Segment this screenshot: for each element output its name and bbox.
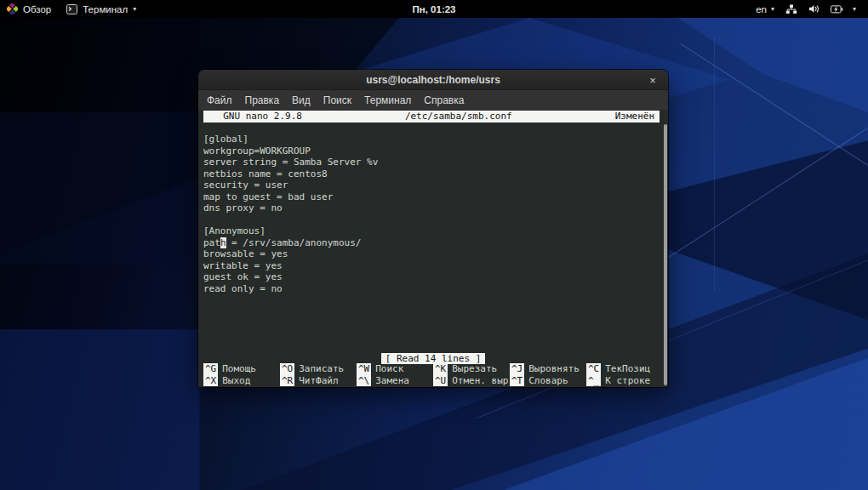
shortcut-label: Отмен. выр — [448, 375, 508, 386]
top-bar: Обзор Терминал ▾ Пн, 01:23 en ▾ — [0, 0, 868, 18]
menu-item-view[interactable]: Вид — [292, 94, 311, 106]
shortcut-curpos: ^CТекПозиц — [586, 363, 663, 375]
shortcut-key: ^T — [510, 375, 524, 387]
shortcut-label: ТекПозиц — [601, 363, 650, 374]
nano-shortcuts-bar: ^GПомощь ^OЗаписать ^WПоиск ^KВырезать ^… — [203, 363, 663, 386]
nano-statusbar: [ Read 14 lines ] — [198, 353, 668, 365]
system-status-menu[interactable]: ▾ — [785, 4, 856, 14]
shortcut-writeout: ^OЗаписать — [280, 363, 357, 375]
app-menu-terminal[interactable]: Терминал ▾ — [66, 0, 136, 18]
wallpaper-line — [714, 36, 715, 291]
buffer-line: map to guest = bad user — [203, 191, 663, 203]
scrollbar-thumb[interactable] — [664, 124, 667, 385]
shortcut-justify: ^JВыровнять — [510, 363, 586, 375]
shortcut-label: Замена — [371, 375, 409, 386]
app-menu-label: Терминал — [83, 4, 128, 14]
text-cursor: h — [220, 237, 226, 248]
menu-item-terminal[interactable]: Терминал — [364, 94, 411, 106]
buffer-line: read only = no — [203, 283, 663, 295]
shortcut-label: К строке — [601, 375, 650, 386]
buffer-line: [Anonymous] — [203, 225, 663, 237]
network-wired-icon — [785, 4, 797, 14]
volume-high-icon — [808, 4, 819, 14]
shortcut-search: ^WПоиск — [357, 363, 433, 375]
window-title: usrs@localhost:/home/usrs — [366, 74, 500, 86]
shortcut-replace: ^\Замена — [357, 375, 433, 387]
nano-file-path: /etc/samba/smb.conf — [302, 111, 615, 122]
buffer-line: server string = Samba Server %v — [203, 157, 663, 168]
activities-button[interactable]: Обзор — [7, 0, 51, 18]
shortcut-uncut: ^UОтмен. выр — [433, 375, 510, 387]
shortcut-label: Вырезать — [448, 363, 497, 374]
buffer-line: workgroup=WORKGROUP — [203, 145, 663, 157]
battery-charging-icon — [831, 5, 843, 14]
buffer-line: guest ok = yes — [203, 271, 663, 283]
chevron-down-icon: ▾ — [133, 6, 136, 13]
activities-label: Обзор — [23, 4, 51, 14]
window-menubar: Файл Правка Вид Поиск Терминал Справка — [198, 90, 668, 110]
shortcut-key: ^_ — [586, 375, 601, 387]
terminal-content[interactable]: GNU nano 2.9.8 /etc/samba/smb.conf Измен… — [198, 110, 668, 387]
shortcut-readfile: ^RЧитФайл — [280, 375, 357, 387]
nano-buffer: [global]workgroup=WORKGROUPserver string… — [203, 134, 663, 294]
shortcut-key: ^X — [203, 375, 218, 387]
shortcut-key: ^J — [510, 363, 524, 375]
shortcut-key: ^R — [280, 375, 294, 387]
shortcut-key: ^C — [586, 363, 601, 375]
buffer-line: netbios name = centos8 — [203, 168, 663, 180]
close-button[interactable]: × — [646, 70, 660, 90]
shortcut-key: ^G — [203, 363, 218, 375]
shortcut-label: Помощь — [218, 363, 256, 374]
shortcut-label: Выровнять — [524, 363, 580, 374]
nano-status-message: [ Read 14 lines ] — [381, 353, 486, 365]
shortcut-label: Поиск — [371, 363, 403, 374]
shortcut-label: Записать — [294, 363, 344, 374]
nano-titlebar: GNU nano 2.9.8 /etc/samba/smb.conf Измен… — [203, 111, 660, 122]
shortcut-key: ^\ — [357, 375, 371, 387]
shortcut-key: ^K — [433, 363, 448, 375]
nano-version: GNU nano 2.9.8 — [203, 111, 302, 122]
shortcut-key: ^W — [357, 363, 371, 375]
nano-modified-badge: Изменён — [615, 111, 660, 122]
terminal-window: usrs@localhost:/home/usrs × Файл Правка … — [198, 70, 668, 387]
window-titlebar[interactable]: usrs@localhost:/home/usrs × — [198, 70, 668, 90]
buffer-line: [global] — [203, 134, 663, 145]
shortcut-key: ^O — [280, 363, 294, 375]
shortcut-help: ^GПомощь — [203, 363, 280, 375]
buffer-line: browsable = yes — [203, 248, 663, 260]
shortcut-label: Словарь — [524, 375, 568, 386]
menu-item-edit[interactable]: Правка — [245, 94, 280, 106]
shortcut-cut: ^KВырезать — [433, 363, 510, 375]
centos-logo-icon — [7, 3, 18, 14]
clock[interactable]: Пн, 01:23 — [412, 4, 455, 14]
shortcut-label: Выход — [218, 375, 250, 386]
buffer-line: writable = yes — [203, 260, 663, 272]
menu-item-file[interactable]: Файл — [207, 94, 232, 106]
keyboard-layout-indicator[interactable]: en ▾ — [756, 4, 774, 14]
buffer-line: dns proxy = no — [203, 202, 663, 214]
buffer-line — [203, 214, 663, 226]
keyboard-layout-label: en — [756, 4, 767, 14]
shortcut-exit: ^XВыход — [203, 375, 280, 387]
chevron-down-icon: ▾ — [771, 6, 774, 13]
shortcut-key: ^U — [433, 375, 448, 387]
shortcut-gotoline: ^_К строке — [586, 375, 663, 387]
buffer-line: path = /srv/samba/anonymous/ — [203, 237, 663, 249]
chevron-down-icon: ▾ — [853, 6, 856, 13]
scrollbar[interactable] — [662, 110, 668, 387]
menu-item-help[interactable]: Справка — [424, 94, 464, 106]
terminal-icon — [66, 4, 77, 14]
shortcut-label: ЧитФайл — [294, 375, 338, 386]
buffer-line: security = user — [203, 179, 663, 191]
shortcut-spell: ^TСловарь — [510, 375, 586, 387]
menu-item-search[interactable]: Поиск — [323, 94, 351, 106]
